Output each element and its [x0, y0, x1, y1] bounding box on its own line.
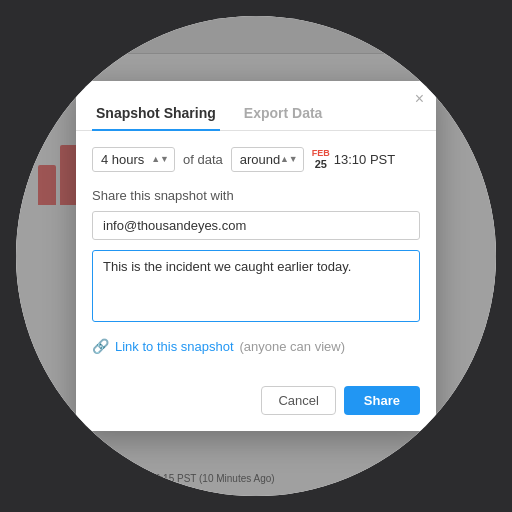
cancel-button[interactable]: Cancel	[261, 386, 335, 415]
data-selection-row: 4 hours 1 hour 2 hours 6 hours 12 hours …	[92, 147, 420, 172]
share-label: Share this snapshot with	[92, 188, 420, 203]
modal-close-button[interactable]: ×	[415, 91, 424, 107]
modal-body: 4 hours 1 hour 2 hours 6 hours 12 hours …	[76, 131, 436, 386]
of-data-label: of data	[183, 152, 223, 167]
link-row: 🔗 Link to this snapshot (anyone can view…	[92, 338, 420, 354]
date-day: 25	[315, 158, 327, 171]
message-textarea[interactable]: This is the incident we caught earlier t…	[92, 250, 420, 322]
link-subtext: (anyone can view)	[240, 339, 346, 354]
date-month: FEB	[312, 148, 330, 159]
date-block: FEB 25	[312, 148, 330, 172]
modal-overlay: × Snapshot Sharing Export Data 4 hours 1…	[16, 16, 496, 496]
email-input[interactable]	[92, 211, 420, 240]
modal-footer: Cancel Share	[76, 386, 436, 431]
modal-tabs: Snapshot Sharing Export Data	[76, 81, 436, 131]
hours-select[interactable]: 4 hours 1 hour 2 hours 6 hours 12 hours …	[92, 147, 175, 172]
tab-export-data[interactable]: Export Data	[240, 97, 327, 131]
share-button[interactable]: Share	[344, 386, 420, 415]
modal-dialog: × Snapshot Sharing Export Data 4 hours 1…	[76, 81, 436, 431]
date-time-block: FEB 25 13:10 PST	[312, 148, 395, 172]
time-pst: 13:10 PST	[334, 152, 395, 167]
tab-snapshot-sharing[interactable]: Snapshot Sharing	[92, 97, 220, 131]
around-select[interactable]: around before after	[231, 147, 304, 172]
app-frame: Metric Loss 24h a from Tue, Feb 25 13:10…	[16, 16, 496, 496]
snapshot-link[interactable]: Link to this snapshot	[115, 339, 234, 354]
around-select-wrapper: around before after ▲▼	[231, 147, 304, 172]
link-icon: 🔗	[92, 338, 109, 354]
hours-select-wrapper: 4 hours 1 hour 2 hours 6 hours 12 hours …	[92, 147, 175, 172]
